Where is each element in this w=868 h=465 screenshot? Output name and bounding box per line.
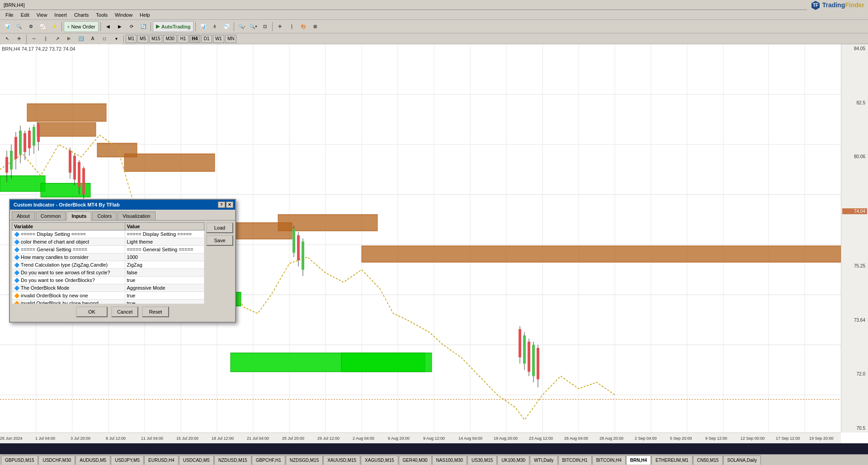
bottom-tab-solana-daily[interactable]: SOLANA,Daily	[723, 456, 761, 465]
tb-channel[interactable]: ⫸	[64, 33, 75, 44]
svg-rect-83	[302, 241, 304, 269]
tb-chart-type-candle[interactable]: 🕯	[209, 21, 220, 32]
menu-file[interactable]: File	[2, 11, 17, 19]
tb-vline[interactable]: |	[40, 33, 51, 44]
bottom-tab-gbpusd-m15[interactable]: GBPUSD,M15	[1, 456, 38, 465]
tb-chart-type-bar[interactable]: 📊	[198, 21, 208, 32]
bottom-tab-xagusd-m15[interactable]: XAGUSD,M15	[361, 456, 398, 465]
menu-charts[interactable]: Charts	[71, 11, 92, 19]
load-button[interactable]: Load	[206, 222, 233, 233]
bottom-tab-xauusd-m15[interactable]: XAUUSD,M15	[323, 456, 360, 465]
col-variable: Variable	[12, 223, 125, 230]
tb-zoom-in[interactable]: 🔍	[14, 21, 24, 32]
bottom-tab-eurusd-h4[interactable]: EURUSD,H4	[144, 456, 179, 465]
tb-btn-3[interactable]: ◀	[103, 21, 113, 32]
bottom-tab-ger40-m30[interactable]: GER40,M30	[399, 456, 432, 465]
menu-insert[interactable]: Insert	[51, 11, 71, 19]
autotrading-button[interactable]: ▶ AutoTrading	[153, 21, 194, 32]
tb-chart-type-line[interactable]: 📉	[221, 21, 232, 32]
tf-h4[interactable]: H4	[189, 35, 200, 43]
dialog-tab-common[interactable]: Common	[36, 211, 66, 220]
ok-button[interactable]: OK	[76, 306, 108, 317]
tb-rect[interactable]: □	[99, 33, 110, 44]
indicator-dialog[interactable]: Custom Indicator - OrderBlock MT4 By TFl…	[9, 199, 236, 323]
param-value: true	[125, 300, 204, 304]
tb-crosshair[interactable]: ✛	[274, 21, 285, 32]
params-table-container[interactable]: Variable Value 🔷 ===== Display Setting =…	[12, 222, 204, 304]
menu-edit[interactable]: Edit	[17, 11, 33, 19]
tb-text[interactable]: A	[87, 33, 98, 44]
bottom-tab-nas100-m30[interactable]: NAS100,M30	[432, 456, 467, 465]
cancel-button[interactable]: Cancel	[111, 306, 138, 317]
menu-window[interactable]: Window	[111, 11, 136, 19]
tb-fib[interactable]: 🔢	[75, 33, 86, 44]
menu-bar: File Edit View Insert Charts Tools Windo…	[0, 10, 868, 20]
bottom-tab-brn-h4[interactable]: BRN,H4	[626, 456, 651, 465]
param-variable: 🔷 Trend Calculation type (ZigZag,Candle)	[12, 261, 125, 269]
bottom-tab-gbpchf-h1[interactable]: GBPCHF,H1	[252, 456, 285, 465]
bottom-tab-cn50-m15[interactable]: CN50,M15	[693, 456, 723, 465]
save-button[interactable]: Save	[206, 235, 233, 246]
tb-crosshair2[interactable]: ✛	[14, 33, 24, 44]
time-label: 14 Aug 04:00	[458, 436, 482, 441]
bottom-tab-nzdusd-m15[interactable]: NZDUSD,M15	[214, 456, 251, 465]
tf-mn[interactable]: MN	[225, 35, 237, 43]
tb-new-chart[interactable]: 📊	[2, 21, 13, 32]
tf-h1[interactable]: H1	[178, 35, 189, 43]
price-label-current: 74.04	[842, 208, 867, 214]
tb-zoom-in2[interactable]: 🔍+	[248, 21, 259, 32]
tb-draw-more[interactable]: ▾	[111, 33, 122, 44]
time-label: 9 Sep 12:00	[705, 436, 727, 441]
tb-new-order[interactable]: + New Order	[64, 21, 99, 32]
tf-m5[interactable]: M5	[137, 35, 148, 43]
menu-view[interactable]: View	[33, 11, 51, 19]
tf-w1[interactable]: W1	[213, 35, 224, 43]
tradingfinder-logo: TF TradingFinder	[807, 0, 868, 10]
dialog-close-button[interactable]: ✕	[226, 202, 233, 208]
tb-cursor[interactable]: ↖	[2, 33, 13, 44]
dialog-tab-visualization[interactable]: Visualization	[118, 211, 156, 220]
bottom-tab-usdjpy-m5[interactable]: USDJPY,M5	[111, 456, 144, 465]
tb-colors[interactable]: 🎨	[298, 21, 309, 32]
dialog-tab-about[interactable]: About	[12, 211, 35, 220]
dialog-tab-inputs[interactable]: Inputs	[66, 211, 91, 221]
dialog-tab-colors[interactable]: Colors	[92, 211, 117, 220]
bottom-tab-bitcoin-h4[interactable]: BITCOIN,H4	[592, 456, 626, 465]
bottom-tab-audusd-m5[interactable]: AUDUSD,M5	[75, 456, 110, 465]
tb-trend[interactable]: ↗	[52, 33, 63, 44]
bottom-tab-usdcad-m5[interactable]: USDCAD,M5	[179, 456, 214, 465]
svg-rect-49	[10, 151, 13, 170]
tf-d1[interactable]: D1	[201, 35, 212, 43]
bottom-tab-uk100-m30[interactable]: UK100,M30	[497, 456, 529, 465]
tb-properties[interactable]: ⚙	[25, 21, 36, 32]
menu-help[interactable]: Help	[136, 11, 154, 19]
bottom-tab-bitcoin-h1[interactable]: BITCOIN,H1	[558, 456, 592, 465]
tf-m30[interactable]: M30	[163, 35, 176, 43]
dialog-help-button[interactable]: ?	[218, 202, 225, 208]
tb-zoom-out[interactable]: 🔍-	[236, 21, 247, 32]
tb-btn-6[interactable]: 🔄	[138, 21, 149, 32]
bottom-tab-wti-daily[interactable]: WTI,Daily	[530, 456, 557, 465]
tb-btn-5[interactable]: ⟳	[126, 21, 137, 32]
title-bar: [BRN,H4] TF TradingFinder ─ □ ✕	[0, 0, 868, 10]
bottom-tab-nzdsgd-m15[interactable]: NZDSGD,M15	[286, 456, 323, 465]
time-label: 19 Aug 20:00	[494, 436, 518, 441]
tf-m15[interactable]: M15	[149, 35, 162, 43]
svg-rect-89	[528, 342, 530, 372]
bottom-tab-usdchf-m30[interactable]: USDCHF,M30	[38, 456, 75, 465]
bottom-tab-us30-m15[interactable]: US30,M15	[467, 456, 497, 465]
tb-indicators[interactable]: 📈	[37, 21, 48, 32]
tf-m1[interactable]: M1	[126, 35, 137, 43]
tb-grid[interactable]: ⊞	[310, 21, 321, 32]
tb-hline[interactable]: ─	[28, 33, 39, 44]
menu-tools[interactable]: Tools	[92, 11, 111, 19]
tb-period-sep[interactable]: |	[286, 21, 297, 32]
tb-expert[interactable]: ⚡	[49, 21, 60, 32]
param-value: true	[125, 292, 204, 300]
svg-rect-81	[297, 235, 300, 260]
bottom-tab-ethereum-m1[interactable]: ETHEREUM,M1	[651, 456, 693, 465]
tb-fit[interactable]: ⊡	[259, 21, 270, 32]
param-value: false	[125, 269, 204, 277]
tb-btn-4[interactable]: ▶	[114, 21, 125, 32]
reset-button[interactable]: Reset	[142, 306, 169, 317]
